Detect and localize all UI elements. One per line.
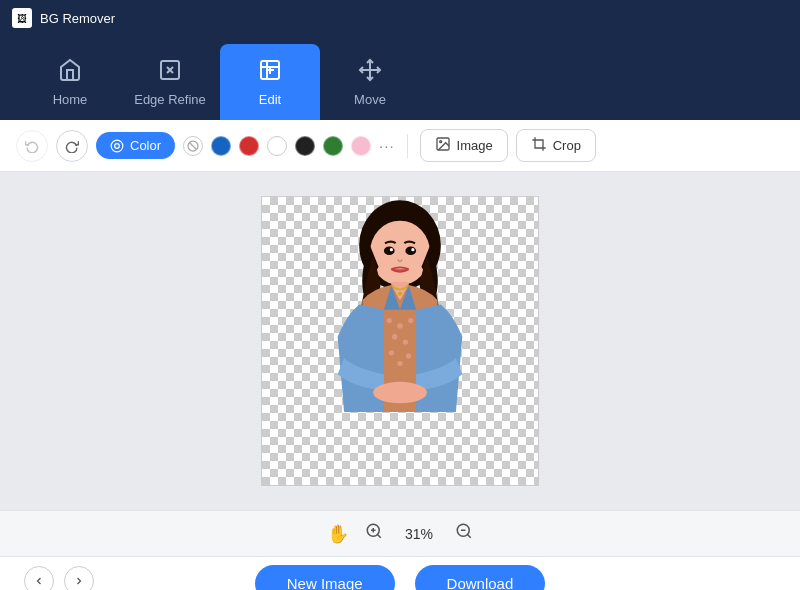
svg-point-20 [389, 350, 394, 355]
zoom-in-icon[interactable] [365, 522, 383, 545]
app-icon: 🖼 [12, 8, 32, 28]
toolbar: Color ··· Image Crop [0, 120, 800, 172]
svg-point-24 [384, 246, 395, 255]
svg-point-26 [390, 248, 393, 251]
undo-button[interactable] [16, 130, 48, 162]
nav-label-edge-refine: Edge Refine [134, 92, 206, 107]
no-color-swatch[interactable] [183, 136, 203, 156]
color-swatch-pink[interactable] [351, 136, 371, 156]
nav-bar: Home Edge Refine Edit [0, 36, 800, 120]
next-button[interactable] [64, 566, 94, 590]
nav-item-move[interactable]: Move [320, 44, 420, 120]
nav-item-home[interactable]: Home [20, 44, 120, 120]
color-swatch-blue[interactable] [211, 136, 231, 156]
svg-point-18 [392, 334, 397, 339]
color-swatch-red[interactable] [239, 136, 259, 156]
svg-line-30 [377, 534, 380, 537]
svg-point-13 [370, 221, 430, 285]
person-image [262, 197, 538, 485]
pan-icon[interactable]: ✋ [327, 523, 349, 545]
toolbar-divider [407, 134, 408, 158]
app-title: BG Remover [40, 11, 115, 26]
download-button[interactable]: Download [415, 565, 546, 590]
svg-point-11 [439, 141, 441, 143]
svg-line-34 [467, 534, 470, 537]
prev-button[interactable] [24, 566, 54, 590]
svg-point-25 [405, 246, 416, 255]
nav-label-home: Home [53, 92, 88, 107]
nav-label-edit: Edit [259, 92, 281, 107]
svg-point-21 [406, 353, 411, 358]
footer: New Image Download [0, 556, 800, 590]
nav-item-edit[interactable]: Edit [220, 44, 320, 120]
more-colors-button[interactable]: ··· [379, 137, 395, 154]
svg-point-15 [387, 318, 392, 323]
title-bar: 🖼 BG Remover [0, 0, 800, 36]
crop-button[interactable]: Crop [516, 129, 596, 162]
zoom-level: 31% [399, 526, 439, 542]
home-icon [58, 58, 82, 86]
crop-icon [531, 136, 547, 155]
svg-point-6 [111, 140, 123, 152]
color-swatch-black[interactable] [295, 136, 315, 156]
svg-point-7 [115, 143, 120, 148]
canvas-area [0, 172, 800, 510]
color-button-label: Color [130, 138, 161, 153]
image-button[interactable]: Image [420, 129, 508, 162]
header: 🖼 BG Remover Home Edge Refine [0, 0, 800, 120]
svg-point-19 [403, 339, 408, 344]
nav-item-edge-refine[interactable]: Edge Refine [120, 44, 220, 120]
move-icon [358, 58, 382, 86]
svg-point-22 [397, 361, 402, 366]
svg-point-17 [408, 318, 413, 323]
svg-line-9 [190, 142, 197, 149]
zoom-out-icon[interactable] [455, 522, 473, 545]
color-swatch-white[interactable] [267, 136, 287, 156]
nav-label-move: Move [354, 92, 386, 107]
color-button[interactable]: Color [96, 132, 175, 159]
status-bar: ✋ 31% [0, 510, 800, 556]
svg-point-27 [411, 248, 414, 251]
new-image-button[interactable]: New Image [255, 565, 395, 590]
image-button-label: Image [457, 138, 493, 153]
color-swatch-green[interactable] [323, 136, 343, 156]
edge-refine-icon [158, 58, 182, 86]
svg-point-23 [373, 382, 427, 403]
image-canvas [261, 196, 539, 486]
svg-point-16 [397, 323, 402, 328]
image-icon [435, 136, 451, 155]
crop-button-label: Crop [553, 138, 581, 153]
edit-icon [258, 58, 282, 86]
svg-point-28 [398, 292, 402, 296]
redo-button[interactable] [56, 130, 88, 162]
